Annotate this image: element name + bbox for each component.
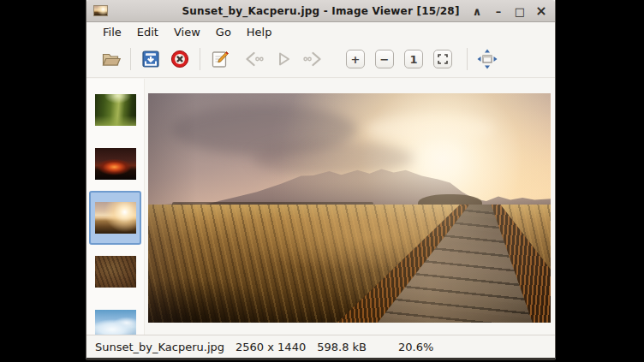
main-photo-sunset-field-path <box>148 93 551 323</box>
zoom-fit-icon <box>433 50 452 68</box>
dirt-ground-thumbnail <box>95 256 136 288</box>
folder-open-icon <box>100 49 121 69</box>
zoom-fit-button[interactable] <box>429 45 456 73</box>
toolbar-separator <box>200 48 200 70</box>
photo-wheat-field <box>148 205 551 323</box>
edit-button[interactable] <box>206 45 234 73</box>
status-filename: Sunset_by_Kacperu.jpg <box>95 341 224 353</box>
next-image-button[interactable] <box>299 45 326 73</box>
fullscreen-button[interactable] <box>474 45 501 73</box>
thumbnail-item-forest[interactable] <box>86 83 144 137</box>
menu-view[interactable]: View <box>166 24 208 40</box>
fullscreen-icon <box>476 48 498 70</box>
thumbnail-item-sunset-field-selected[interactable] <box>89 191 141 245</box>
menu-file[interactable]: File <box>95 24 129 40</box>
edit-pencil-icon <box>210 49 230 69</box>
previous-image-button[interactable] <box>241 45 268 73</box>
zoom-out-button[interactable]: − <box>371 45 398 73</box>
zoom-original-button[interactable]: 1 <box>400 45 427 73</box>
photo-cloud <box>366 116 494 141</box>
save-as-button[interactable] <box>137 45 164 73</box>
image-viewer-window: Sunset_by_Kacperu.jpg - Image Viewer [15… <box>86 0 556 360</box>
toolbar-separator <box>467 48 468 70</box>
maximize-button[interactable]: □ <box>513 6 527 17</box>
menu-go[interactable]: Go <box>208 24 239 40</box>
statusbar: Sunset_by_Kacperu.jpg 2560 x 1440 598.8 … <box>86 335 555 358</box>
thumbnail-sidebar[interactable] <box>86 79 145 335</box>
menu-help[interactable]: Help <box>239 24 280 40</box>
content-area <box>86 79 555 335</box>
menu-edit[interactable]: Edit <box>129 24 166 40</box>
zoom-in-button[interactable]: + <box>342 45 369 73</box>
zoom-1-icon: 1 <box>404 50 423 68</box>
photo-stone-path <box>148 205 551 323</box>
shade-button[interactable]: ∧ <box>470 6 484 17</box>
delete-button[interactable] <box>166 45 194 73</box>
arrow-right-icon <box>301 49 324 69</box>
forest-thumbnail <box>95 94 136 126</box>
thumbnail-item-dark-sunset[interactable] <box>86 137 144 191</box>
thumbnail-item-clouds[interactable] <box>86 299 144 335</box>
toolbar-separator <box>130 48 131 70</box>
status-zoom-level: 20.6% <box>398 341 433 353</box>
thumbnail-item-dirt[interactable] <box>86 245 144 299</box>
play-icon <box>273 49 294 69</box>
arrow-left-icon <box>243 49 265 69</box>
open-folder-button[interactable] <box>97 45 124 73</box>
clouds-sky-thumbnail <box>95 310 136 335</box>
zoom-out-icon: − <box>375 50 394 68</box>
menubar: File Edit View Go Help <box>86 22 555 41</box>
zoom-in-icon: + <box>346 50 365 68</box>
image-view-area[interactable] <box>145 79 555 335</box>
slideshow-button[interactable] <box>270 45 297 73</box>
window-controls: ∧ – □ × <box>470 0 548 22</box>
sunset-field-thumbnail <box>95 202 136 234</box>
save-icon <box>140 49 161 69</box>
stop-delete-icon <box>170 49 190 69</box>
close-button[interactable]: × <box>534 4 548 18</box>
titlebar[interactable]: Sunset_by_Kacperu.jpg - Image Viewer [15… <box>86 0 555 22</box>
status-filesize: 598.8 kB <box>317 341 367 353</box>
minimize-button[interactable]: – <box>492 6 505 17</box>
toolbar: + − 1 <box>86 41 555 78</box>
dark-sunset-thumbnail <box>95 148 136 180</box>
status-dimensions: 2560 x 1440 <box>236 341 306 353</box>
